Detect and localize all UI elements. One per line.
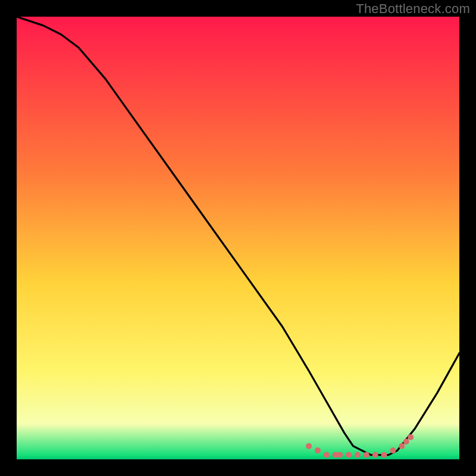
highlight-point [403, 439, 409, 444]
gradient-background [17, 17, 459, 459]
highlight-point [324, 452, 330, 458]
highlight-point [399, 443, 405, 449]
highlight-point [381, 452, 387, 458]
highlight-point [337, 452, 343, 458]
highlight-point [346, 452, 352, 458]
highlight-point [372, 452, 378, 458]
chart-frame: TheBottleneck.com [0, 0, 476, 476]
highlight-point [306, 443, 312, 449]
watermark-text: TheBottleneck.com [356, 1, 470, 17]
highlight-point [355, 452, 361, 458]
highlight-point [390, 447, 396, 453]
chart-svg [17, 17, 459, 459]
plot-area [17, 17, 459, 459]
highlight-point [408, 434, 414, 440]
highlight-point [364, 452, 369, 458]
highlight-point [315, 447, 321, 453]
